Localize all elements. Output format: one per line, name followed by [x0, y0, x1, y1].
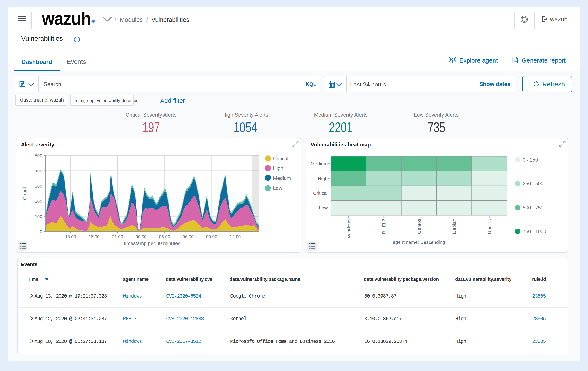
svg-text:500 - 750: 500 - 750 [523, 205, 544, 211]
svg-text:15:00: 15:00 [65, 234, 76, 239]
svg-text:400: 400 [35, 169, 42, 173]
svg-text:Medium: Medium [311, 161, 328, 166]
svg-text:00:00: 00:00 [136, 234, 147, 239]
svg-text:0: 0 [40, 229, 42, 234]
svg-text:03:00: 03:00 [159, 234, 170, 239]
svg-text:Critical: Critical [273, 156, 288, 162]
svg-text:Low: Low [273, 186, 283, 191]
svg-text:21:00: 21:00 [112, 234, 123, 239]
svg-text:100: 100 [35, 214, 42, 219]
svg-text:Windows: Windows [346, 219, 351, 238]
svg-text:Low: Low [319, 205, 328, 211]
svg-text:RHEL7: RHEL7 [381, 219, 387, 234]
svg-text:timestamp per 30 minutes: timestamp per 30 minutes [124, 241, 180, 246]
svg-text:250 - 500: 250 - 500 [523, 181, 544, 187]
svg-text:200: 200 [35, 199, 42, 204]
svg-text:0 - 250: 0 - 250 [523, 157, 538, 163]
svg-text:12:00: 12:00 [230, 234, 241, 239]
svg-text:High: High [273, 165, 283, 171]
svg-text:Debian: Debian [452, 219, 457, 234]
svg-text:18:00: 18:00 [89, 234, 100, 239]
svg-text:agent.name: Descending: agent.name: Descending [393, 240, 445, 245]
svg-text:06:00: 06:00 [183, 234, 194, 239]
svg-text:750 - 1000: 750 - 1000 [523, 229, 546, 234]
svg-text:500: 500 [35, 153, 42, 158]
svg-text:Ubuntu: Ubuntu [487, 219, 492, 234]
svg-text:High: High [318, 176, 328, 181]
svg-text:Centos: Centos [416, 219, 422, 234]
svg-text:09:00: 09:00 [206, 234, 217, 239]
svg-text:Critical: Critical [313, 191, 328, 196]
svg-text:300: 300 [35, 184, 42, 189]
svg-text:Medium: Medium [273, 175, 291, 181]
svg-text:Count: Count [22, 187, 28, 200]
